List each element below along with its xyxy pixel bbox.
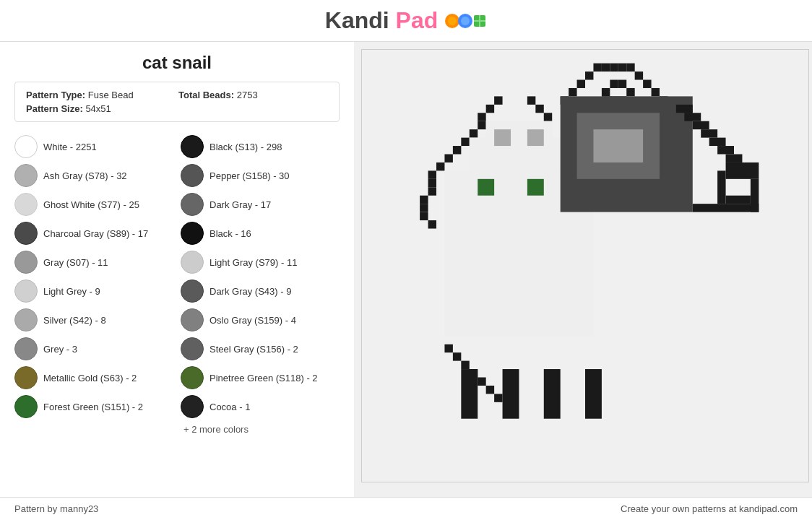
footer-author-name: manny23 [60,503,98,514]
color-item: Grey - 3 [14,337,173,360]
color-swatch [14,337,38,360]
pattern-beads-item: Total Beads: 2753 [178,90,328,100]
svg-rect-31 [470,129,478,137]
svg-rect-21 [610,80,618,88]
svg-rect-12 [626,64,634,72]
svg-rect-34 [428,170,436,178]
svg-rect-41 [535,105,543,113]
color-swatch [14,366,38,389]
svg-point-3 [461,17,470,25]
color-swatch [181,395,204,418]
color-label: Black (S13) - 298 [210,142,282,152]
color-item: Black (S13) - 298 [181,135,340,158]
svg-rect-72 [544,369,561,419]
svg-rect-8 [593,64,601,72]
svg-rect-55 [470,138,486,171]
color-swatch [14,308,38,332]
svg-rect-13 [585,72,593,79]
svg-rect-11 [618,64,626,72]
color-label: Steel Gray (S156) - 2 [210,344,298,355]
colors-grid: White - 2251Black (S13) - 298Ash Gray (S… [14,135,340,435]
svg-rect-9 [602,64,610,72]
color-item: Pepper (S158) - 30 [181,164,340,187]
svg-rect-40 [527,96,535,104]
svg-rect-71 [503,369,519,419]
pattern-size-label: Pattern Size: [26,103,83,114]
color-label: Gray (S07) - 11 [43,257,108,268]
right-panel [354,42,812,497]
color-item: Dark Gray - 17 [181,193,340,216]
svg-rect-22 [618,80,626,88]
pattern-type-value: Fuse Bead [88,90,134,100]
color-item: Ghost White (S77) - 25 [14,193,173,216]
color-swatch [181,366,204,389]
svg-rect-64 [684,113,701,121]
svg-rect-24 [626,88,634,96]
color-item: Gray (S07) - 11 [14,251,173,274]
color-swatch [181,251,204,274]
svg-rect-66 [701,129,717,137]
svg-rect-10 [610,64,618,72]
svg-rect-48 [453,352,461,360]
svg-rect-70 [461,369,478,419]
svg-rect-65 [693,121,709,129]
svg-rect-74 [478,179,494,196]
color-item: Light Gray (S79) - 11 [181,251,340,274]
pattern-size-item: Pattern Size: 54x51 [26,103,176,114]
svg-rect-45 [420,212,428,220]
svg-rect-79 [717,170,725,204]
svg-rect-59 [527,129,544,146]
pattern-type-item: Pattern Type: Fuse Bead [26,90,176,100]
svg-rect-30 [461,138,469,146]
pattern-type-label: Pattern Type: [26,90,85,100]
footer-by-label: Pattern by [14,503,60,514]
color-item: Cocoa - 1 [181,395,340,418]
color-label: Oslo Gray (S159) - 4 [210,315,296,326]
color-swatch [181,280,204,303]
color-label: Grey - 3 [43,344,77,355]
color-swatch [14,280,38,303]
svg-rect-76 [693,204,759,212]
color-item: White - 2251 [14,135,173,158]
color-swatch [14,135,38,158]
candy-icons [444,8,487,34]
color-swatch [14,193,38,216]
svg-rect-58 [494,129,511,146]
svg-rect-62 [593,129,643,162]
color-swatch [181,164,204,187]
svg-rect-73 [585,369,602,419]
logo-icons [444,8,487,34]
logo[interactable]: Kandi Pad [325,7,487,34]
left-panel: cat snail Pattern Type: Fuse Bead Total … [0,42,354,497]
more-colors: + 2 more colors [181,424,340,435]
color-item: Metallic Gold (S63) - 2 [14,366,173,389]
color-swatch [181,222,204,245]
color-item: Steel Gray (S156) - 2 [181,337,340,360]
color-item: Dark Gray (S43) - 9 [181,280,340,303]
svg-rect-16 [643,80,651,88]
footer: Pattern by manny23 Create your own patte… [0,497,812,520]
svg-rect-28 [444,155,452,162]
svg-rect-80 [726,196,751,204]
pattern-title: cat snail [14,53,340,73]
svg-rect-35 [428,179,436,187]
color-swatch [181,308,204,332]
color-label: Dark Gray (S43) - 9 [210,286,291,297]
color-label: Forest Green (S151) - 2 [43,402,143,412]
svg-rect-23 [602,88,610,96]
color-label: Dark Gray - 17 [210,199,271,210]
color-label: Black - 16 [210,228,251,239]
color-item: Black - 16 [181,222,340,245]
pattern-preview [361,49,809,482]
color-label: Metallic Gold (S63) - 2 [43,373,137,384]
color-swatch [14,251,38,274]
svg-rect-15 [577,80,585,88]
color-item: Pinetree Green (S118) - 2 [181,366,340,389]
color-label: Ash Gray (S78) - 32 [43,170,127,181]
pattern-size-value: 54x51 [85,103,111,114]
color-swatch [181,193,204,216]
color-swatch [14,164,38,187]
footer-author: Pattern by manny23 [14,503,98,514]
svg-rect-77 [751,179,759,212]
color-swatch [181,337,204,360]
